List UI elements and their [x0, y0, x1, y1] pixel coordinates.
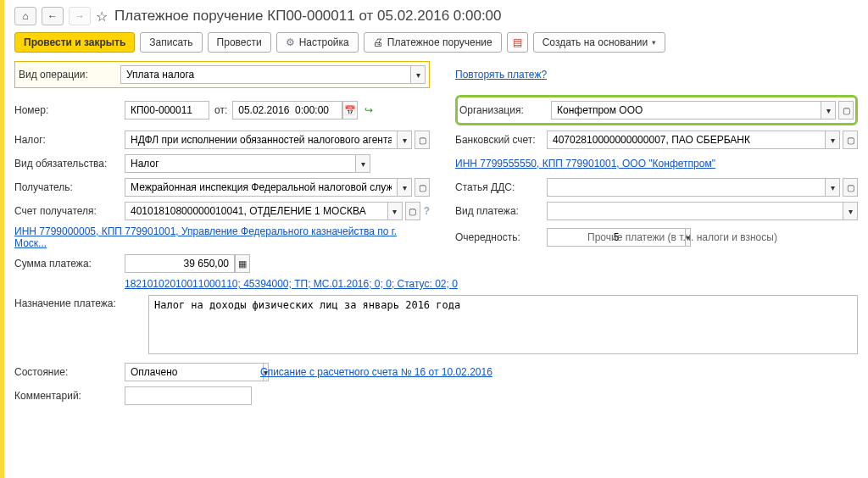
amount-field[interactable] — [125, 254, 235, 273]
forward-button: → — [69, 7, 91, 25]
number-field[interactable] — [125, 101, 209, 119]
printer-icon: 🖨 — [373, 36, 383, 48]
recipacc-dropdown[interactable]: ▾ — [387, 202, 403, 220]
star-icon[interactable]: ☆ — [96, 8, 108, 25]
bankacc-dropdown[interactable]: ▾ — [825, 131, 840, 149]
calc-button[interactable]: ▦ — [235, 254, 250, 273]
purpose-label: Назначение платежа: — [14, 295, 123, 309]
operation-type-label: Вид операции: — [19, 69, 120, 81]
gear-icon: ⚙ — [286, 36, 295, 48]
recipient-label: Получатель: — [14, 181, 125, 193]
post-close-button[interactable]: Провести и закрыть — [14, 32, 135, 53]
org-dropdown[interactable]: ▾ — [821, 101, 836, 119]
dds-field[interactable] — [547, 178, 825, 197]
bankacc-label: Банковский счет: — [455, 134, 547, 146]
bankacc-open-button[interactable]: ▢ — [843, 131, 858, 149]
bankacc-field[interactable] — [547, 131, 825, 149]
paytype-dropdown[interactable]: ▾ — [843, 202, 858, 220]
org-label: Организация: — [459, 104, 551, 116]
number-label: Номер: — [14, 104, 125, 116]
state-field[interactable] — [125, 363, 263, 381]
tax-open-button[interactable]: ▢ — [415, 131, 430, 149]
kbk-link[interactable]: 18210102010011000110; 45394000; ТП; МС.0… — [125, 278, 458, 290]
org-field[interactable] — [551, 101, 821, 119]
tax-label: Налог: — [14, 134, 125, 146]
amount-label: Сумма платежа: — [14, 258, 125, 270]
org-inn-link[interactable]: ИНН 7799555550, КПП 779901001, ООО "Конф… — [455, 158, 715, 170]
settings-button[interactable]: ⚙Настройка — [276, 32, 359, 53]
recipacc-label: Счет получателя: — [14, 205, 125, 217]
document-icon-button[interactable]: ▤ — [507, 32, 528, 53]
repeat-payment-link[interactable]: Повторять платеж? — [455, 69, 547, 81]
calendar-button[interactable]: 📅 — [342, 101, 358, 119]
priority-label: Очередность: — [455, 231, 547, 243]
date-field[interactable] — [232, 101, 342, 119]
posted-icon: ↪ — [364, 104, 373, 116]
save-button[interactable]: Записать — [140, 32, 202, 53]
obligation-dropdown[interactable]: ▾ — [355, 154, 370, 173]
comment-field[interactable] — [125, 386, 252, 405]
paytype-field[interactable] — [547, 202, 843, 220]
recipient-field[interactable] — [125, 178, 397, 197]
post-button[interactable]: Провести — [208, 32, 271, 53]
chevron-down-icon: ▾ — [652, 38, 656, 47]
tax-field[interactable] — [125, 131, 397, 149]
comment-label: Комментарий: — [14, 390, 125, 402]
home-button[interactable]: ⌂ — [14, 7, 36, 25]
obligation-label: Вид обязательства: — [14, 158, 125, 170]
recipacc-open-button[interactable]: ▢ — [405, 202, 420, 220]
recipient-open-button[interactable]: ▢ — [415, 178, 430, 197]
dds-dropdown[interactable]: ▾ — [825, 178, 840, 197]
dds-open-button[interactable]: ▢ — [843, 178, 858, 197]
help-icon[interactable]: ? — [424, 205, 430, 217]
recipacc-field[interactable] — [125, 202, 387, 220]
obligation-field[interactable] — [125, 154, 355, 173]
print-button[interactable]: 🖨Платежное поручение — [364, 32, 502, 53]
recipient-dropdown[interactable]: ▾ — [397, 178, 412, 197]
page-title: Платежное поручение КП00-000011 от 05.02… — [114, 8, 502, 25]
recip-inn-link[interactable]: ИНН 7799000005, КПП 779901001, Управлени… — [14, 225, 430, 249]
from-label: от: — [214, 104, 227, 116]
document-icon: ▤ — [513, 36, 522, 48]
priority-note: Прочие платежи (в т.ч. налоги и взносы) — [587, 231, 777, 243]
state-link[interactable]: Списание с расчетного счета № 16 от 10.0… — [260, 366, 492, 378]
create-from-button[interactable]: Создать на основании▾ — [533, 32, 666, 53]
operation-type-select[interactable] — [120, 65, 410, 84]
operation-type-dropdown[interactable]: ▾ — [410, 65, 426, 84]
purpose-textarea[interactable] — [148, 295, 858, 354]
dds-label: Статья ДДС: — [455, 181, 547, 193]
tax-dropdown[interactable]: ▾ — [397, 131, 412, 149]
back-button[interactable]: ← — [42, 7, 64, 25]
org-open-button[interactable]: ▢ — [838, 101, 854, 119]
paytype-label: Вид платежа: — [455, 205, 547, 217]
state-label: Состояние: — [14, 366, 125, 378]
